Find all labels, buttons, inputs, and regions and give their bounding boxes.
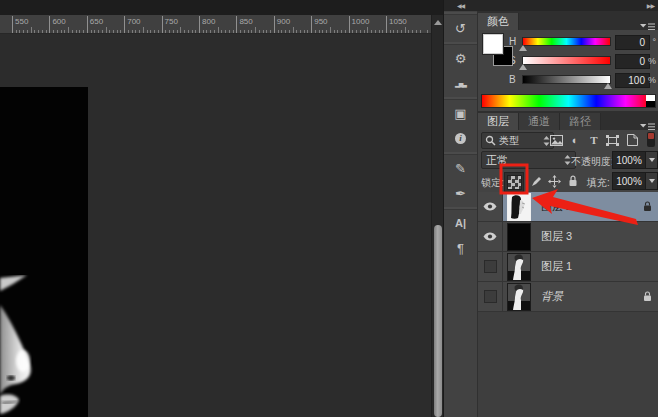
tab-路径[interactable]: 路径	[560, 113, 601, 130]
filter-shape-layers-icon[interactable]	[604, 133, 620, 147]
filter-type-layers-icon[interactable]: T	[586, 133, 602, 147]
b-value-field[interactable]: 100	[615, 73, 650, 88]
document-canvas[interactable]	[0, 87, 88, 417]
fill-field[interactable]: 100%	[612, 172, 658, 190]
layer-row[interactable]: 图层 1	[478, 252, 658, 282]
character-panel-icon[interactable]: A|	[444, 209, 477, 236]
layer-visibility-toggle[interactable]	[478, 252, 503, 281]
blend-mode-select[interactable]: 正常	[481, 151, 576, 169]
layer-thumbnail[interactable]	[507, 253, 531, 281]
layer-row-selected[interactable]: 图层 2	[478, 192, 658, 222]
b-slider-track[interactable]	[522, 75, 611, 84]
brush-panel-icon[interactable]: ✎	[444, 154, 477, 181]
color-panel-tab-bar: 颜色	[478, 11, 658, 30]
foreground-color-swatch[interactable]	[483, 34, 503, 54]
ruler-minor-tick	[420, 30, 421, 33]
color-spectrum-ramp[interactable]	[481, 94, 656, 108]
expand-panels-icon[interactable]: ▶▶	[647, 2, 654, 9]
spectrum-black-swatch[interactable]	[646, 101, 655, 107]
layer-lock-badge	[635, 252, 658, 281]
layer-thumbnail[interactable]	[507, 283, 531, 311]
adjustments-panel-icon-glyph: ⚙	[455, 52, 467, 65]
horizontal-ruler[interactable]: 55060065070075080085090095010001050	[0, 15, 431, 34]
ruler-minor-tick	[341, 30, 342, 33]
ruler-minor-tick	[345, 30, 346, 33]
layer-visibility-toggle[interactable]	[478, 282, 503, 311]
ruler-minor-tick	[173, 30, 174, 33]
opacity-dropdown-icon[interactable]	[645, 152, 657, 168]
tab-layers-active[interactable]: 图层	[478, 113, 519, 130]
adjustments-panel-icon[interactable]: ⚙	[444, 44, 477, 71]
tab-color[interactable]: 颜色	[478, 13, 519, 30]
lock-position-button[interactable]	[545, 172, 563, 190]
fill-dropdown-icon[interactable]	[645, 173, 657, 189]
ruler-minor-tick	[218, 27, 219, 33]
h-value-field[interactable]: 0	[615, 35, 650, 50]
ruler-label: 950	[314, 17, 327, 26]
s-value-field[interactable]: 0	[615, 54, 650, 69]
layer-thumbnail[interactable]	[507, 193, 531, 221]
ruler-minor-tick	[139, 30, 140, 33]
ruler-minor-tick	[233, 30, 234, 33]
h-slider-track[interactable]	[522, 37, 611, 46]
h-slider-handle[interactable]	[519, 45, 527, 51]
layer-thumbnail[interactable]	[507, 223, 531, 251]
lock-all-button[interactable]	[564, 172, 582, 190]
ruler-minor-tick	[143, 27, 144, 33]
layer-name[interactable]: 图层 1	[534, 252, 635, 281]
lock-transparent-pixels-button[interactable]	[504, 172, 524, 192]
layer-name[interactable]: 背景	[534, 282, 635, 311]
ruler-minor-tick	[94, 30, 95, 33]
layer-thumbnail-cell[interactable]	[503, 282, 534, 311]
ruler-minor-tick	[255, 27, 256, 33]
clone-source-panel-icon[interactable]: ▣	[444, 99, 477, 126]
b-slider-row: B100%	[522, 72, 657, 89]
history-panel-icon[interactable]: ↺	[444, 14, 477, 41]
lock-image-pixels-button[interactable]	[527, 172, 545, 190]
s-slider-handle[interactable]	[519, 64, 527, 70]
s-unit-label: %	[648, 56, 656, 66]
opacity-field[interactable]: 100%	[612, 151, 658, 169]
face-profile-image	[0, 275, 88, 417]
brush-presets-panel-icon[interactable]: ✒	[444, 181, 477, 206]
info-panel-icon[interactable]: i	[444, 126, 477, 151]
layer-row[interactable]: 图层 3	[478, 222, 658, 252]
b-slider-handle[interactable]	[604, 83, 612, 89]
layer-lock-badge	[635, 282, 658, 311]
scrollbar-thumb[interactable]	[434, 225, 442, 417]
filter-type-select[interactable]: 类型	[481, 132, 554, 149]
ruler-minor-tick	[221, 30, 222, 33]
layer-thumbnail-cell[interactable]	[503, 222, 534, 251]
histogram-panel-icon[interactable]: ▂▅▃	[444, 71, 477, 96]
layer-name[interactable]: 图层 2	[534, 192, 635, 221]
layer-visibility-toggle[interactable]	[478, 192, 503, 221]
layer-name[interactable]: 图层 3	[534, 222, 635, 251]
layer-thumbnail-cell[interactable]	[503, 252, 534, 281]
layer-row[interactable]: 背景	[478, 282, 658, 312]
filter-type-label: 类型	[499, 134, 540, 148]
ruler-minor-tick	[259, 30, 260, 33]
paragraph-panel-icon[interactable]: ¶	[444, 236, 477, 261]
layer-lock-badge	[635, 222, 658, 251]
collapse-panels-icon[interactable]: ◀◀	[457, 2, 464, 9]
eye-icon	[483, 202, 497, 211]
fill-label: 填充:	[587, 176, 610, 190]
s-slider-track[interactable]	[522, 56, 611, 65]
brush-panel-icon-glyph: ✎	[455, 162, 466, 175]
ruler-minor-tick	[72, 30, 73, 33]
tab-通道[interactable]: 通道	[519, 113, 560, 130]
layer-visibility-toggle[interactable]	[478, 222, 503, 251]
scroll-up-arrow-icon[interactable]	[434, 20, 442, 25]
move-icon	[548, 175, 561, 188]
layer-lock-icon	[643, 201, 652, 212]
h-slider-row: H0°	[522, 34, 657, 51]
ruler-minor-tick	[229, 30, 230, 33]
ruler-minor-tick	[412, 30, 413, 33]
ruler-minor-tick	[147, 30, 148, 33]
ruler-minor-tick	[326, 30, 327, 33]
layer-filtering-switch[interactable]	[647, 132, 655, 147]
filter-adjustment-layers-icon[interactable]: ◐	[567, 133, 583, 147]
filter-smart-objects-icon[interactable]	[624, 133, 640, 147]
layer-thumbnail-cell[interactable]	[503, 192, 534, 221]
filter-pixel-layers-icon[interactable]	[548, 133, 564, 147]
